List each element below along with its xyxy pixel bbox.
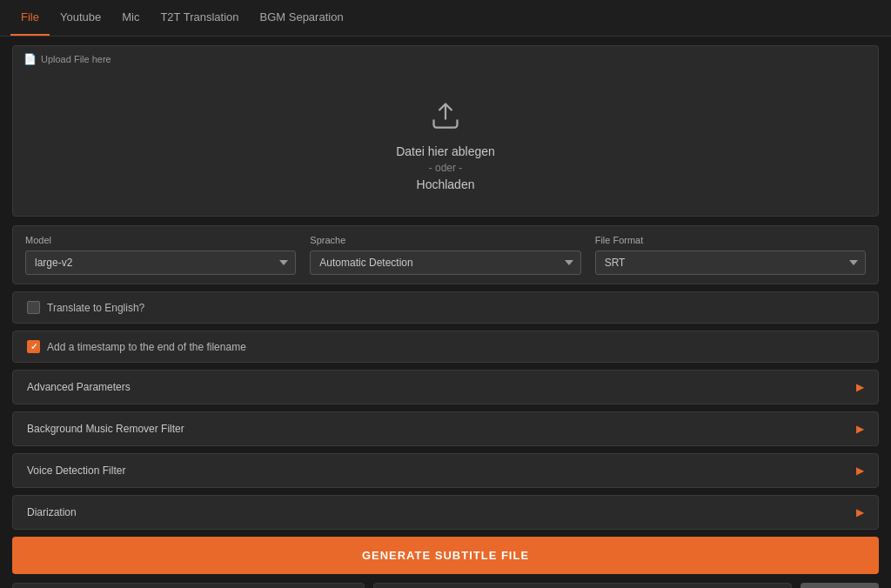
bgm-filter-label: Background Music Remover Filter [27, 423, 184, 435]
model-select[interactable]: large-v2 large-v1 medium small base tiny [25, 251, 296, 275]
model-label: Model [25, 235, 296, 245]
translate-checkbox[interactable] [27, 301, 40, 314]
diarization-label: Diarization [27, 506, 77, 518]
advanced-label: Advanced Parameters [27, 381, 131, 393]
tab-youtube[interactable]: Youtube [50, 0, 111, 36]
voice-filter-arrow-icon: ▶ [856, 464, 864, 477]
timestamp-checkbox[interactable]: ✓ [27, 340, 40, 353]
tab-mic[interactable]: Mic [111, 0, 150, 36]
tab-file[interactable]: File [10, 0, 50, 36]
translate-row[interactable]: Translate to English? [12, 291, 879, 324]
fileformat-label: File Format [595, 235, 866, 245]
upload-drag-text: Datei hier ablegen [396, 144, 495, 158]
model-group: Model large-v2 large-v1 medium small bas… [25, 235, 296, 275]
bgm-filter-arrow-icon: ▶ [856, 423, 864, 435]
timestamp-label[interactable]: ✓ Add a timestamp to the end of the file… [27, 340, 246, 353]
top-nav: File Youtube Mic T2T Translation BGM Sep… [0, 0, 891, 37]
output-box: Output [12, 583, 365, 588]
diarization-arrow-icon: ▶ [856, 506, 864, 518]
language-select[interactable]: Automatic Detection English German Frenc… [310, 251, 580, 275]
voice-filter-row[interactable]: Voice Detection Filter ▶ [12, 453, 879, 488]
upload-action-text: Hochladen [417, 177, 475, 191]
tab-t2t[interactable]: T2T Translation [150, 0, 249, 36]
upload-or-text: - oder - [429, 162, 463, 174]
timestamp-row[interactable]: ✓ Add a timestamp to the end of the file… [12, 331, 879, 363]
fileformat-select[interactable]: SRT VTT TXT TSV JSON [595, 251, 866, 275]
upload-area[interactable]: 📄 Upload File here Datei hier ablegen - … [12, 45, 879, 217]
bgm-filter-row[interactable]: Background Music Remover Filter ▶ [12, 411, 879, 446]
diarization-row[interactable]: Diarization ▶ [12, 495, 879, 530]
generate-button[interactable]: GENERATE SUBTITLE FILE [12, 537, 879, 574]
advanced-arrow-icon: ▶ [856, 381, 864, 393]
upload-center: Datei hier ablegen - oder - Hochladen [23, 91, 868, 209]
output-row: Output 📄 Downloadable output file 📁 [12, 583, 879, 588]
downloadable-box: 📄 Downloadable output file [373, 583, 792, 588]
voice-filter-label: Voice Detection Filter [27, 464, 125, 477]
fileformat-group: File Format SRT VTT TXT TSV JSON [595, 235, 866, 275]
tab-bgm[interactable]: BGM Separation [250, 0, 354, 36]
translate-label[interactable]: Translate to English? [27, 301, 144, 314]
folder-button[interactable]: 📁 [801, 583, 879, 588]
upload-icon [430, 100, 461, 136]
settings-row: Model large-v2 large-v1 medium small bas… [12, 225, 879, 284]
language-label: Sprache [310, 235, 580, 245]
upload-label: 📄 Upload File here [23, 53, 868, 65]
main-content: 📄 Upload File here Datei hier ablegen - … [0, 37, 891, 588]
advanced-row[interactable]: Advanced Parameters ▶ [12, 370, 879, 404]
language-group: Sprache Automatic Detection English Germ… [310, 235, 580, 275]
